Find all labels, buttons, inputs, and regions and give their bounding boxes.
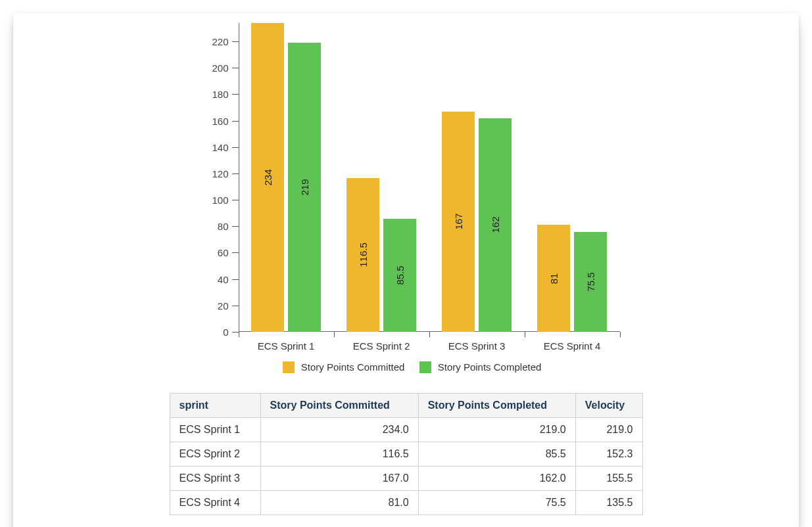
cell-velocity: 219.0	[575, 418, 642, 442]
bar-committed: 81	[537, 225, 570, 332]
bar-completed: 85.5	[383, 219, 416, 332]
y-tick-label: 100	[203, 195, 229, 206]
y-tick-label: 60	[203, 247, 229, 258]
velocity-table: sprint Story Points Committed Story Poin…	[170, 393, 643, 515]
th-committed: Story Points Committed	[260, 394, 418, 418]
bar-value-label: 219	[299, 179, 310, 196]
y-tick-label: 120	[203, 168, 229, 179]
table-row: ECS Sprint 1234.0219.0219.0	[170, 418, 642, 442]
chart-plot-area: 020406080100120140160180200220ECS Sprint…	[239, 23, 620, 332]
bar-value-label: 167	[453, 214, 464, 230]
cell-velocity: 152.3	[575, 442, 642, 467]
x-tick-label: ECS Sprint 1	[258, 340, 315, 352]
cell-velocity: 155.5	[575, 467, 642, 491]
bar-value-label: 75.5	[585, 273, 596, 292]
cell-completed: 219.0	[418, 418, 575, 442]
cell-completed: 85.5	[418, 442, 575, 467]
y-axis	[239, 23, 239, 332]
y-tick-label: 200	[203, 62, 229, 74]
bar-value-label: 116.5	[358, 242, 369, 267]
table-row: ECS Sprint 2116.585.5152.3	[170, 442, 642, 467]
bar-value-label: 81	[548, 273, 560, 284]
table-row: ECS Sprint 481.075.5135.5	[170, 491, 642, 515]
x-tick	[525, 332, 525, 337]
y-tick	[232, 332, 239, 332]
cell-sprint: ECS Sprint 3	[170, 467, 260, 491]
x-tick	[620, 332, 621, 337]
y-tick-label: 140	[203, 141, 229, 152]
y-tick	[232, 226, 239, 227]
bar-committed: 234	[251, 23, 284, 332]
y-tick	[232, 94, 239, 95]
velocity-chart: 020406080100120140160180200220ECS Sprint…	[193, 23, 620, 332]
x-tick	[334, 332, 335, 337]
y-tick-label: 180	[203, 89, 229, 100]
cell-sprint: ECS Sprint 1	[170, 418, 260, 442]
y-tick-label: 0	[203, 327, 229, 338]
bar-committed: 167	[442, 112, 475, 332]
th-sprint: sprint	[170, 394, 260, 418]
cell-committed: 81.0	[260, 491, 418, 515]
cell-committed: 234.0	[260, 418, 418, 442]
y-tick	[232, 173, 239, 174]
y-tick	[232, 147, 239, 148]
cell-completed: 75.5	[418, 491, 575, 515]
cell-sprint: ECS Sprint 2	[170, 442, 260, 467]
bar-committed: 116.5	[346, 178, 379, 332]
cell-committed: 167.0	[260, 467, 418, 491]
y-tick	[232, 41, 239, 42]
cell-velocity: 135.5	[575, 491, 642, 515]
y-tick	[232, 68, 239, 68]
x-tick	[239, 332, 239, 337]
cell-sprint: ECS Sprint 4	[170, 491, 260, 515]
x-tick-label: ECS Sprint 4	[544, 340, 601, 352]
table-row: ECS Sprint 3167.0162.0155.5	[170, 467, 642, 491]
bar-completed: 162	[479, 118, 512, 332]
report-card: 020406080100120140160180200220ECS Sprint…	[13, 13, 799, 527]
x-tick-label: ECS Sprint 3	[448, 340, 506, 352]
bar-value-label: 85.5	[394, 266, 406, 285]
x-tick-label: ECS Sprint 2	[353, 340, 410, 352]
cell-committed: 116.5	[260, 442, 418, 467]
th-completed: Story Points Completed	[418, 394, 575, 418]
legend-label-committed: Story Points Committed	[301, 361, 405, 373]
legend-swatch-committed	[283, 361, 295, 373]
y-tick	[232, 306, 239, 306]
y-tick-label: 80	[203, 221, 229, 232]
th-velocity: Velocity	[575, 394, 642, 418]
bar-completed: 219	[288, 43, 321, 332]
chart-legend: Story Points Committed Story Points Comp…	[193, 361, 620, 373]
y-tick	[232, 279, 239, 280]
y-tick	[232, 200, 239, 200]
y-tick-label: 40	[203, 273, 229, 285]
bar-completed: 75.5	[574, 232, 607, 332]
legend-label-completed: Story Points Completed	[438, 361, 542, 373]
y-tick	[232, 252, 239, 253]
bar-value-label: 162	[490, 217, 501, 233]
bar-value-label: 234	[262, 169, 274, 185]
y-tick-label: 220	[203, 36, 229, 47]
y-tick	[232, 121, 239, 122]
y-tick-label: 160	[203, 115, 229, 126]
y-tick-label: 20	[203, 300, 229, 311]
cell-completed: 162.0	[418, 467, 575, 491]
legend-swatch-completed	[419, 361, 431, 373]
table-header-row: sprint Story Points Committed Story Poin…	[170, 394, 642, 418]
x-tick	[429, 332, 430, 337]
